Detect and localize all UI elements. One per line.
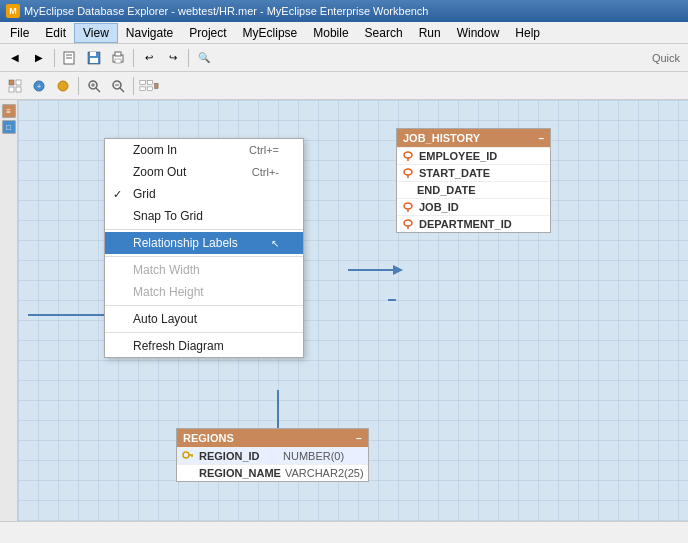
main-area: ≡ □ – (0, 100, 688, 521)
svg-line-21 (120, 88, 124, 92)
svg-point-39 (404, 152, 412, 158)
menu-run[interactable]: Run (411, 24, 449, 42)
svg-rect-10 (16, 80, 21, 85)
svg-rect-25 (140, 86, 145, 90)
table-job-history[interactable]: JOB_HISTORY – EMPLOYEE_ID START_DATE END… (396, 128, 551, 233)
jh-row-end-date: END_DATE (397, 181, 550, 198)
toolbar-save-btn[interactable] (83, 47, 105, 69)
regions-type-id: NUMBER(0) (283, 450, 344, 462)
jh-col-job-id: JOB_ID (419, 201, 499, 213)
refresh-diagram-label: Refresh Diagram (133, 339, 224, 353)
svg-text:+: + (37, 83, 41, 90)
jh-col-dept-id: DEPARTMENT_ID (419, 218, 512, 230)
svg-rect-23 (140, 80, 145, 84)
menu-auto-layout[interactable]: Auto Layout (105, 308, 303, 330)
toolbar-sep-1 (54, 49, 55, 67)
jh-col-end-date: END_DATE (417, 184, 497, 196)
table-job-history-minimize[interactable]: – (538, 133, 544, 144)
table-regions[interactable]: REGIONS – REGION_ID NUMBER(0) REGION_NAM… (176, 428, 369, 482)
relationship-labels-cursor: ↖ (271, 238, 279, 249)
svg-point-43 (404, 203, 412, 209)
canvas-area[interactable]: – ⚷ CHAR2(10) ⚷ CHAR2(35) ER(6) ER(6) JO (18, 100, 688, 521)
toolbar-sep-2 (133, 49, 134, 67)
menu-snap-to-grid[interactable]: Snap To Grid (105, 205, 303, 227)
toolbar-2: + (0, 72, 688, 100)
jh-row-employee-id: EMPLOYEE_ID (397, 147, 550, 164)
toolbar-search-btn[interactable]: 🔍 (193, 47, 215, 69)
toolbar-redo-btn[interactable]: ↪ (162, 47, 184, 69)
toolbar2-btn1[interactable] (4, 75, 26, 97)
table-regions-minimize[interactable]: – (356, 433, 362, 444)
menu-view[interactable]: View (74, 23, 118, 43)
toolbar2-layout-btn[interactable] (138, 75, 160, 97)
jh-icon-end (401, 184, 413, 196)
zoom-in-label: Zoom In (133, 143, 177, 157)
toolbar-forward-btn[interactable]: ▶ (28, 47, 50, 69)
svg-rect-12 (16, 87, 21, 92)
grid-label: Grid (133, 187, 156, 201)
menu-grid[interactable]: Grid (105, 183, 303, 205)
menu-sep-2 (105, 256, 303, 257)
menu-zoom-out[interactable]: Zoom Out Ctrl+- (105, 161, 303, 183)
menu-help[interactable]: Help (507, 24, 548, 42)
jh-icon-start (401, 167, 415, 179)
menu-zoom-in[interactable]: Zoom In Ctrl+= (105, 139, 303, 161)
toolbar-sep-3 (188, 49, 189, 67)
menu-sep-1 (105, 229, 303, 230)
sidebar-icon-1: ≡ (2, 104, 16, 118)
svg-marker-29 (393, 265, 403, 275)
menu-match-width: Match Width (105, 259, 303, 281)
toolbar-back-btn[interactable]: ◀ (4, 47, 26, 69)
menu-bar: File Edit View Navigate Project MyEclips… (0, 22, 688, 44)
svg-rect-26 (147, 86, 152, 90)
svg-rect-8 (115, 59, 121, 63)
regions-row-name: REGION_NAME VARCHAR2(25) (177, 464, 368, 481)
toolbar-print-btn[interactable] (107, 47, 129, 69)
jh-row-start-date: START_DATE (397, 164, 550, 181)
svg-point-41 (404, 169, 412, 175)
jh-icon-dept (401, 218, 415, 230)
svg-rect-11 (9, 87, 14, 92)
zoom-out-shortcut: Ctrl+- (252, 166, 279, 178)
svg-rect-4 (90, 52, 96, 56)
svg-point-15 (58, 81, 68, 91)
menu-file[interactable]: File (2, 24, 37, 42)
regions-key-icon (181, 450, 195, 462)
toolbar2-zoom-in[interactable] (83, 75, 105, 97)
toolbar2-zoom-out[interactable] (107, 75, 129, 97)
table-job-history-header: JOB_HISTORY – (397, 129, 550, 147)
svg-line-17 (96, 88, 100, 92)
jh-col-employee-id: EMPLOYEE_ID (419, 150, 499, 162)
menu-edit[interactable]: Edit (37, 24, 74, 42)
menu-refresh-diagram[interactable]: Refresh Diagram (105, 335, 303, 357)
menu-navigate[interactable]: Navigate (118, 24, 181, 42)
zoom-in-shortcut: Ctrl+= (249, 144, 279, 156)
toolbar2-sep-1 (78, 77, 79, 95)
regions-col-id: REGION_ID (199, 450, 279, 462)
regions-col-name: REGION_NAME (199, 467, 281, 479)
svg-rect-5 (90, 58, 98, 63)
toolbar-new-btn[interactable] (59, 47, 81, 69)
menu-project[interactable]: Project (181, 24, 234, 42)
title-bar: M MyEclipse Database Explorer - webtest/… (0, 0, 688, 22)
sidebar-icon-2: □ (2, 120, 16, 134)
view-dropdown-menu[interactable]: Zoom In Ctrl+= Zoom Out Ctrl+- Grid Snap… (104, 138, 304, 358)
menu-sep-3 (105, 305, 303, 306)
toolbar-undo-btn[interactable]: ↩ (138, 47, 160, 69)
menu-mobile[interactable]: Mobile (305, 24, 356, 42)
title-text: MyEclipse Database Explorer - webtest/HR… (24, 5, 429, 17)
menu-myeclipse[interactable]: MyEclipse (235, 24, 306, 42)
jh-row-dept-id: DEPARTMENT_ID (397, 215, 550, 232)
menu-window[interactable]: Window (449, 24, 508, 42)
toolbar2-btn3[interactable] (52, 75, 74, 97)
menu-search[interactable]: Search (357, 24, 411, 42)
jh-col-start-date: START_DATE (419, 167, 499, 179)
menu-relationship-labels[interactable]: Relationship Labels ↖ (105, 232, 303, 254)
menu-match-height: Match Height (105, 281, 303, 303)
toolbar2-btn2[interactable]: + (28, 75, 50, 97)
table-regions-name: REGIONS (183, 432, 234, 444)
zoom-out-label: Zoom Out (133, 165, 186, 179)
svg-rect-27 (154, 83, 158, 88)
svg-rect-9 (9, 80, 14, 85)
svg-point-45 (404, 220, 412, 226)
